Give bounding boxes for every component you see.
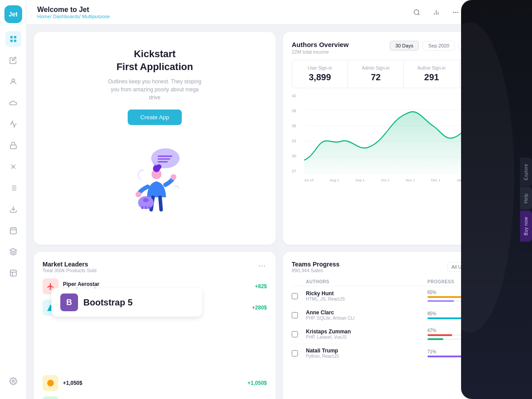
filter-tab-30days[interactable]: 30 Days [390,41,419,51]
team-info-kristaps: Kristaps Zumman PHP, Laravel, VueJS [306,329,427,340]
header-title: Welcome to Jet Home/ Dashboards/ Multipu… [37,6,406,19]
market-value-d: +1,050$ [247,380,267,386]
svg-rect-3 [14,40,16,42]
market-icon-cessna [43,396,59,399]
kickstart-description: Outlines keep you honest. They stoping y… [106,78,203,102]
market-info-d: +1,050$ [63,380,243,386]
svg-rect-1 [14,36,16,38]
market-item: Cessna SF150 cessna-aircraft-class.jsp +… [43,396,267,399]
page-title: Welcome to Jet [37,6,406,14]
stat-author-signin: Author Sign-in 291 [404,60,460,88]
create-app-button[interactable]: Create App [128,110,181,125]
illustration [43,134,267,214]
market-item: +1,050$ +1,050$ [43,375,267,391]
stat-user-signin: User Sign-in 3,899 [292,60,348,88]
chart-y-labels: 423936333027 [292,94,302,173]
sidebar-item-edit[interactable] [5,52,21,68]
teams-subtitle: 890,344 Sales [292,268,340,273]
svg-point-47 [143,198,149,203]
sidebar-item-cloud[interactable] [5,95,21,111]
sidebar-item-settings[interactable] [5,373,21,389]
svg-rect-5 [10,145,16,149]
market-value-cirrus: +280$ [252,305,267,311]
market-value-piper: +82$ [255,283,267,289]
sidebar-item-chart[interactable] [5,116,21,132]
svg-point-45 [171,174,176,180]
team-checkbox-natali[interactable] [292,350,298,356]
teams-title: Teams Progress [292,261,340,268]
svg-point-58 [47,380,54,387]
svg-rect-2 [10,40,12,42]
content-area: Kickstart First Application Outlines kee… [27,25,532,399]
sidebar-logo[interactable]: Jet [4,5,22,23]
team-info-natali: Natali Trump Python, ReactJS [306,348,427,359]
stat-value-user: 3,899 [299,72,340,82]
stat-label-admin: Admin Sign-in [355,66,396,70]
svg-point-4 [12,79,15,82]
svg-rect-48 [145,206,147,209]
svg-rect-50 [141,206,144,209]
team-info-anne: Anne Clarc PHP, SQLite, Artisan CLI [306,309,427,321]
team-checkbox-anne[interactable] [292,312,298,318]
explore-tab[interactable]: Explore [520,157,532,186]
market-menu-icon[interactable]: ⋯ [258,261,267,270]
sidebar-item-grid[interactable] [5,31,21,47]
sidebar-item-list[interactable] [5,180,21,196]
sidebar-item-close[interactable] [5,159,21,175]
market-leaders-card: Market Leaders Total 350k Products Sold … [34,252,276,399]
svg-rect-49 [149,206,151,209]
svg-point-44 [136,192,141,197]
help-tab[interactable]: Help [520,187,532,210]
right-tabs: Explore Help Buy now [520,157,532,242]
svg-line-25 [418,14,419,15]
kickstart-card: Kickstart First Application Outlines kee… [34,32,276,245]
chart-icon[interactable] [429,5,443,20]
sidebar-item-download[interactable] [5,201,21,217]
svg-point-29 [455,12,456,12]
authors-title: Authors Overview [292,41,348,48]
svg-rect-0 [10,36,12,38]
stat-label-user: User Sign-in [299,66,340,70]
stat-label-author: Author Sign-in [411,66,452,70]
svg-point-23 [12,380,14,383]
authors-subtitle: 22M total income [292,49,348,55]
sidebar-item-calendar[interactable] [5,223,21,239]
sidebar: Jet [0,0,27,399]
filter-tab-sep[interactable]: Sep 2020 [422,41,455,51]
market-subtitle: Total 350k Products Sold [43,268,97,273]
svg-rect-20 [10,270,16,276]
authors-title-wrap: Authors Overview 22M total income [292,41,348,55]
stat-value-admin: 72 [355,72,396,82]
team-checkbox-kristaps[interactable] [292,331,298,337]
bootstrap-icon: B [60,293,78,311]
team-checkbox-ricky[interactable] [292,293,298,299]
svg-point-43 [156,164,161,169]
bootstrap-badge: B Bootstrap 5 [51,288,202,317]
bootstrap-text: Bootstrap 5 [83,297,133,308]
sidebar-item-stack[interactable] [5,244,21,260]
svg-point-30 [458,12,458,12]
bootstrap-area: B Bootstrap 5 [43,321,267,343]
breadcrumb: Home/ Dashboards/ Multipurpose [37,14,406,19]
header: Welcome to Jet Home/ Dashboards/ Multipu… [27,0,532,25]
sidebar-item-user[interactable] [5,74,21,90]
market-title: Market Leaders [43,261,97,268]
stat-admin-signin: Admin Sign-in 72 [348,60,404,88]
kickstart-title: Kickstart First Application [43,48,267,73]
market-icon-d [43,375,59,391]
sidebar-item-template[interactable] [5,265,21,281]
svg-point-24 [414,10,419,15]
search-icon[interactable] [410,5,424,20]
main-wrap: Welcome to Jet Home/ Dashboards/ Multipu… [27,0,532,399]
stat-value-author: 291 [411,72,452,82]
buy-now-tab[interactable]: Buy now [520,211,532,242]
svg-rect-15 [10,228,16,234]
svg-point-31 [454,12,454,12]
sidebar-item-lock[interactable] [5,137,21,153]
team-info-ricky: Ricky Hunt HTML, JS, ReactJS [306,290,427,301]
market-list: Piper Aerostar Mark, Rowling, Esther +82… [43,278,267,399]
svg-marker-19 [10,249,16,252]
